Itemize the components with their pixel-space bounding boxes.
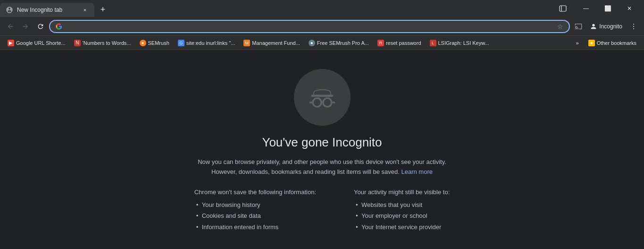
minimize-button[interactable]: — (575, 0, 597, 17)
omnibox[interactable]: ☆ (49, 20, 570, 33)
activity-visible-list: Websites that you visit Your employer or… (354, 199, 450, 233)
reload-button[interactable] (34, 20, 47, 33)
activity-visible-title: Your activity might still be visible to: (354, 189, 450, 196)
profile-button[interactable]: Incognito (586, 22, 626, 31)
bookmark-label: reset password (386, 40, 421, 46)
tab-strip: New Incognito tab × + (0, 0, 554, 17)
chrome-wont-save-list: Your browsing history Cookies and site d… (194, 199, 316, 233)
bookmark-item[interactable]: ● Free SEMrush Pro A... (305, 38, 373, 48)
bookmark-item[interactable]: ▶ Google URL Shorte... (4, 38, 69, 48)
bookmark-favicon: L (430, 40, 436, 46)
bookmark-label: SEMrush (148, 40, 169, 46)
bookmark-label: site:edu inurl:links "... (186, 40, 235, 46)
bookmarks-bar: ▶ Google URL Shorte... N 'Numbers to Wor… (0, 36, 644, 50)
bookmarks-overflow-button[interactable]: » (572, 39, 583, 47)
window-controls: — ⬜ ✕ (571, 0, 644, 17)
info-columns: Chrome won't save the following informat… (194, 189, 450, 233)
svg-point-4 (633, 26, 634, 27)
learn-more-link[interactable]: Learn more (401, 168, 433, 175)
svg-point-8 (323, 98, 331, 107)
tab-close-button[interactable]: × (81, 6, 89, 14)
tab-favicon (6, 6, 13, 14)
svg-point-5 (633, 28, 634, 29)
list-item: Websites that you visit (354, 199, 450, 211)
toolbar: ☆ Incognito (0, 17, 644, 36)
bookmark-item[interactable]: N 'Numbers to Words... (70, 38, 135, 48)
incognito-icon (294, 69, 351, 126)
titlebar: New Incognito tab × + — ⬜ ✕ (0, 0, 644, 17)
list-item: Cookies and site data (194, 210, 316, 222)
bookmark-favicon: ● (309, 40, 315, 46)
bookmark-star-icon[interactable]: ☆ (557, 23, 563, 30)
incognito-desc-line2: However, downloads, bookmarks and readin… (211, 168, 400, 175)
incognito-title: You've gone Incognito (262, 135, 382, 150)
close-button[interactable]: ✕ (619, 0, 640, 17)
bookmark-favicon: R (377, 40, 384, 46)
omnibox-input[interactable] (66, 23, 553, 30)
activity-visible-column: Your activity might still be visible to:… (354, 189, 450, 233)
bookmark-item[interactable]: R reset password (374, 38, 425, 48)
other-bookmarks-label: Other bookmarks (597, 40, 636, 46)
bookmark-item[interactable]: M Management Fund... (240, 38, 304, 48)
omnibox-favicon (56, 23, 62, 30)
bookmark-item[interactable]: G site:edu inurl:links "... (174, 38, 239, 48)
forward-button[interactable] (19, 20, 32, 33)
bookmark-favicon: ★ (588, 40, 595, 46)
bookmark-label: 'Numbers to Words... (83, 40, 131, 46)
list-item: Your browsing history (194, 199, 316, 211)
maximize-button[interactable]: ⬜ (597, 0, 619, 17)
other-bookmarks-button[interactable]: ★ Other bookmarks (585, 38, 640, 48)
tab-title: New Incognito tab (17, 7, 77, 13)
svg-rect-6 (311, 95, 333, 97)
svg-rect-0 (560, 6, 566, 11)
toolbar-right: Incognito (572, 20, 640, 33)
bookmark-item[interactable]: ● SEMrush (136, 38, 173, 48)
active-tab[interactable]: New Incognito tab × (0, 3, 94, 17)
bookmark-label: Google URL Shorte... (16, 40, 66, 46)
vertical-tabs-button[interactable] (554, 0, 571, 17)
bookmark-favicon: G (178, 40, 184, 46)
main-content: You've gone Incognito Now you can browse… (0, 50, 644, 249)
bookmark-label: LSIGraph: LSI Keyw... (438, 40, 489, 46)
incognito-description: Now you can browse privately, and other … (198, 157, 446, 177)
profile-label: Incognito (599, 23, 622, 30)
list-item: Your Internet service provider (354, 222, 450, 233)
bookmark-label: Free SEMrush Pro A... (317, 40, 369, 46)
bookmark-item[interactable]: L LSIGraph: LSI Keyw... (426, 38, 493, 48)
bookmark-favicon: ▶ (8, 40, 14, 46)
bookmark-favicon: M (243, 40, 250, 46)
menu-button[interactable] (627, 20, 640, 33)
svg-point-7 (313, 98, 321, 107)
back-button[interactable] (4, 20, 17, 33)
screen-cast-button[interactable] (572, 20, 585, 33)
bookmark-favicon: ● (140, 40, 146, 46)
svg-point-3 (633, 24, 634, 25)
bookmark-favicon: N (74, 40, 81, 46)
chrome-wont-save-column: Chrome won't save the following informat… (194, 189, 316, 233)
new-tab-button[interactable]: + (96, 3, 109, 16)
list-item: Information entered in forms (194, 222, 316, 233)
list-item: Your employer or school (354, 210, 450, 222)
chrome-wont-save-title: Chrome won't save the following informat… (194, 189, 316, 196)
bookmark-label: Management Fund... (252, 40, 300, 46)
svg-point-2 (593, 24, 595, 26)
incognito-desc-line1: Now you can browse privately, and other … (198, 158, 446, 165)
